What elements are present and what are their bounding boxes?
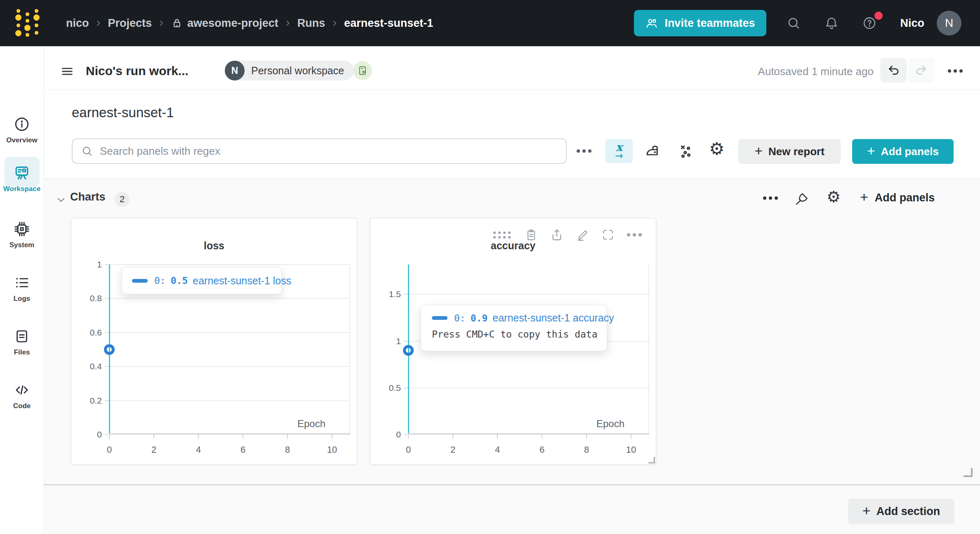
tooltip-copy-hint: Press CMD+C to copy this data	[432, 329, 596, 340]
charts-count-badge: 2	[115, 192, 130, 207]
avatar[interactable]: N	[937, 11, 961, 35]
breadcrumb-project[interactable]: awesome-project	[171, 17, 278, 30]
undo-button[interactable]	[880, 58, 907, 83]
invite-teammates-button[interactable]: Invite teammates	[634, 10, 766, 36]
redo-button[interactable]	[908, 58, 935, 83]
x-tick-label: 0	[396, 444, 421, 455]
breadcrumb-projects[interactable]: Projects	[108, 17, 152, 30]
navbar-right: Invite teammates Nico N	[634, 0, 961, 46]
sidebar-item-logs[interactable]: Logs	[0, 274, 44, 303]
search-input[interactable]	[99, 144, 566, 158]
plot-right-border	[648, 265, 649, 433]
breadcrumb-run-name[interactable]: earnest-sunset-1	[344, 17, 433, 30]
tooltip-step: 0:	[454, 313, 466, 324]
x-tick	[542, 435, 542, 439]
sidebar-item-workspace[interactable]: Workspace	[0, 163, 44, 193]
section-resize-handle[interactable]	[964, 468, 973, 477]
lock-icon	[171, 17, 183, 29]
section-settings-gear-icon[interactable]: ⚙	[827, 189, 841, 205]
left-sidebar: Overview Workspace System Logs Files Cod…	[0, 46, 44, 534]
chart-panel-loss[interactable]: loss Epoch 00.20.40.60.810246810 0: 0.5 …	[71, 218, 357, 465]
section-add-panels-button[interactable]: +Add panels	[860, 191, 935, 205]
help-icon[interactable]	[862, 16, 877, 31]
wandb-logo[interactable]	[16, 7, 42, 40]
sidebar-label-overview: Overview	[6, 136, 38, 144]
plus-icon: +	[860, 190, 868, 204]
breadcrumb-project-label: awesome-project	[187, 17, 278, 30]
user-name[interactable]: Nico	[900, 17, 924, 30]
breadcrumb-entity[interactable]: nico	[66, 17, 89, 30]
report-draft-icon[interactable]	[353, 61, 372, 80]
x-tick	[287, 435, 288, 439]
charts-section-title[interactable]: Charts	[70, 191, 106, 203]
add-section-button[interactable]: +Add section	[848, 499, 954, 524]
top-navbar: nico › Projects › awesome-project › Runs…	[0, 0, 980, 46]
y-tick-label: 1	[71, 258, 102, 271]
y-gridline	[109, 366, 350, 367]
panel-resize-handle[interactable]	[648, 457, 655, 463]
section-overflow-menu[interactable]	[763, 196, 778, 200]
x-tick	[408, 435, 409, 439]
tooltip-series-name: earnest-sunset-1 accuracy	[492, 312, 614, 324]
info-icon	[13, 116, 31, 133]
data-point	[403, 345, 414, 356]
x-tick-label: 6	[530, 444, 554, 455]
sidebar-label-workspace: Workspace	[3, 185, 40, 193]
sidebar-label-system: System	[9, 241, 34, 249]
chart-panel-accuracy[interactable]: accuracy Epoch 00.511.50246810 0: 0.9 ea…	[370, 218, 656, 465]
y-gridline	[408, 294, 649, 295]
smoothing-iron-icon[interactable]	[644, 143, 661, 160]
y-tick-label: 0.8	[71, 292, 102, 305]
search-overflow-menu[interactable]	[577, 149, 591, 153]
y-tick-label: 0.5	[370, 382, 401, 394]
workspace-overflow-menu[interactable]	[948, 69, 963, 73]
search-icon[interactable]	[786, 16, 801, 31]
sidebar-item-files[interactable]: Files	[0, 328, 44, 357]
bell-icon[interactable]	[824, 16, 839, 31]
next-section-area	[44, 485, 980, 534]
people-icon	[645, 17, 659, 30]
y-gridline	[408, 388, 649, 388]
personal-workspace-badge[interactable]: N Personal workspace	[225, 61, 354, 80]
sidebar-item-overview[interactable]: Overview	[0, 116, 44, 144]
breadcrumb: nico › Projects › awesome-project › Runs…	[66, 0, 433, 46]
new-report-button[interactable]: +New report	[738, 139, 841, 164]
outliers-scatter-icon[interactable]	[677, 143, 695, 160]
settings-gear-icon[interactable]: ⚙	[709, 140, 725, 158]
data-point	[104, 344, 115, 355]
x-tick	[153, 435, 154, 439]
chart-tooltip: 0: 0.9 earnest-sunset-1 accuracy Press C…	[421, 305, 607, 351]
x-tick	[497, 435, 498, 439]
y-tick-label: 0	[370, 428, 401, 441]
sidebar-item-code[interactable]: Code	[0, 381, 44, 410]
chevron-down-icon[interactable]	[55, 194, 67, 206]
x-axis-settings-button[interactable]: x→	[605, 139, 633, 163]
pin-icon[interactable]	[794, 191, 809, 207]
sidebar-label-code: Code	[13, 402, 31, 410]
wandb-run-workspace-page: nico › Projects › awesome-project › Runs…	[0, 0, 980, 534]
log-list-icon	[13, 274, 31, 291]
sidebar-label-logs: Logs	[14, 295, 31, 303]
add-panels-button[interactable]: +Add panels	[852, 139, 954, 164]
sidebar-item-system[interactable]: System	[0, 220, 44, 249]
section-add-panels-label: Add panels	[875, 191, 935, 204]
header-divider	[44, 90, 980, 90]
hamburger-menu-icon[interactable]	[60, 64, 74, 78]
x-tick-label: 2	[441, 444, 465, 455]
x-tick	[586, 435, 587, 439]
x-tick-label: 10	[320, 444, 344, 455]
y-tick-label: 0.2	[71, 395, 102, 407]
breadcrumb-runs[interactable]: Runs	[297, 17, 325, 30]
code-icon	[13, 381, 31, 399]
workspace-badge-label: Personal workspace	[245, 65, 354, 77]
file-icon	[13, 328, 31, 345]
chevron-right-separator: ›	[286, 15, 290, 29]
x-axis-label: Epoch	[535, 418, 624, 430]
panel-search[interactable]	[72, 138, 567, 164]
chevron-right-separator: ›	[332, 15, 337, 29]
plus-icon: +	[862, 503, 871, 517]
workspace-title[interactable]: Nico's run work...	[86, 62, 188, 80]
x-tick	[109, 435, 110, 439]
search-icon	[81, 145, 93, 157]
y-tick-label: 1	[370, 335, 401, 347]
